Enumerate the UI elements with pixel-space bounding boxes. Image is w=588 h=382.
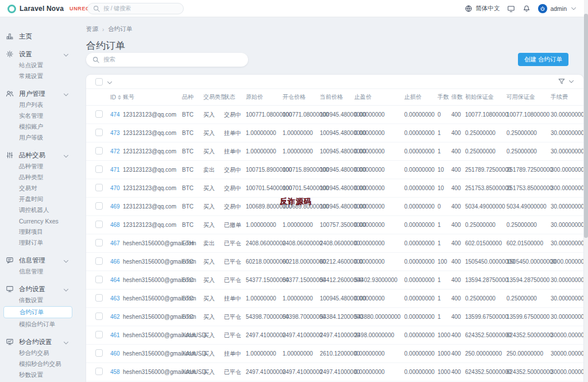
row-checkbox[interactable] [95, 129, 103, 136]
row-id-link[interactable]: 474 [110, 111, 120, 118]
sidebar-item[interactable]: 交易对 [0, 183, 80, 194]
cell: 0.00000000 [352, 142, 402, 161]
sidebar-section[interactable]: 品种交易 [0, 149, 80, 161]
resource-search-input[interactable]: 搜索 [86, 53, 248, 67]
row-id-link[interactable]: 462 [110, 314, 120, 320]
sidebar-item[interactable]: 用户等级 [0, 132, 80, 143]
column-header[interactable]: ID [108, 89, 121, 106]
users-icon [6, 90, 14, 98]
cell: 400 [449, 106, 463, 124]
cell: 1 [435, 142, 449, 161]
sidebar-item[interactable]: 秒数设置 [0, 369, 80, 380]
row-id-link[interactable]: 461 [110, 332, 120, 338]
breadcrumb-resources[interactable]: 资源 [86, 25, 98, 33]
table-row: 472123123123@qq.comBTC买入挂单中1.000000001.0… [86, 142, 583, 161]
table-row: 470123123123@qq.comBTC买入交易中100701.540000… [86, 179, 583, 198]
sidebar-section[interactable]: 用户管理 [0, 88, 80, 99]
row-checkbox[interactable] [95, 239, 103, 246]
row-id-link[interactable]: 470 [110, 185, 120, 191]
sidebar-section[interactable]: 信息管理 [0, 254, 80, 266]
row-checkbox[interactable] [95, 312, 103, 320]
cell: 2408.06000000 [280, 234, 318, 253]
sidebar-section[interactable]: 主页 [0, 30, 80, 42]
cell: 400 [449, 290, 463, 308]
sidebar-section-label: 信息管理 [19, 256, 62, 265]
cell: heshen3156000@gmail.com [121, 253, 180, 271]
row-checkbox[interactable] [95, 147, 103, 155]
screen-icon [507, 5, 515, 13]
sidebar-item[interactable]: 常规设置 [0, 71, 80, 82]
sidebar-item[interactable]: 调控机器人 [0, 204, 80, 215]
row-id-link[interactable]: 460 [110, 350, 120, 357]
sidebar-item[interactable]: 秒合约交易 [0, 348, 80, 358]
row-id-link[interactable]: 469 [110, 203, 120, 210]
sidebar-item[interactable]: 倍数设置 [0, 295, 80, 306]
row-checkbox[interactable] [95, 331, 103, 338]
cell: 0.00000000 [402, 198, 435, 216]
row-checkbox[interactable] [95, 110, 103, 118]
select-all-checkbox[interactable] [95, 78, 103, 86]
cell: 400 [449, 326, 463, 345]
row-checkbox[interactable] [95, 276, 103, 283]
column-header: 手续费 [548, 89, 583, 106]
sidebar-item[interactable]: 模拟合约订单 [0, 319, 80, 330]
sidebar-item[interactable]: Currency Kxes [0, 215, 80, 226]
sidebar-item[interactable]: 实名管理 [0, 110, 80, 121]
column-header: 原始价 [243, 89, 280, 106]
user-menu[interactable]: admin [538, 4, 578, 13]
sidebar-section[interactable]: 设置 [0, 48, 80, 60]
sidebar-item[interactable]: 模拟秒合约交易 [0, 358, 80, 369]
sidebar-item[interactable]: 理财订单 [0, 237, 80, 248]
sidebar-section[interactable]: 合约设置 [0, 283, 80, 295]
row-id-link[interactable]: 463 [110, 295, 120, 302]
row-id-link[interactable]: 473 [110, 130, 120, 136]
theme-toggle-button[interactable] [507, 5, 515, 13]
column-header: 账号 [121, 89, 180, 106]
page-scrollbar-thumb[interactable] [584, 14, 588, 238]
sidebar-item[interactable]: 品种管理 [0, 161, 80, 172]
cell: 400 [449, 142, 463, 161]
filter-button[interactable] [558, 78, 575, 86]
row-checkbox[interactable] [95, 257, 103, 265]
row-checkbox[interactable] [95, 349, 103, 357]
sidebar-item[interactable]: 信息管理 [0, 266, 80, 277]
cell: BTC [180, 216, 201, 234]
row-id-link[interactable]: 458 [110, 369, 120, 375]
row-checkbox[interactable] [95, 184, 103, 191]
notifications-button[interactable] [523, 5, 531, 13]
cell: 54377.15000000 [243, 271, 280, 290]
row-id-link[interactable]: 468 [110, 222, 120, 228]
create-order-button[interactable]: 创建 合约订单 [518, 53, 568, 66]
row-id-link[interactable]: 464 [110, 277, 120, 283]
row-id-link[interactable]: 471 [110, 167, 120, 173]
row-checkbox[interactable] [95, 294, 103, 302]
sidebar-item[interactable]: 开盘时间 [0, 194, 80, 204]
sidebar-item[interactable]: 用户列表 [0, 99, 80, 110]
sidebar-item[interactable]: 理财项目 [0, 226, 80, 237]
column-header: 当前价格 [318, 89, 352, 106]
cell: BTC [180, 290, 201, 308]
cell: heshen3156000@gmail.com [121, 234, 180, 253]
cell: 250.00000000 [463, 345, 504, 363]
cell: 123123123@qq.com [121, 124, 180, 142]
row-checkbox[interactable] [95, 165, 103, 173]
sidebar-item[interactable]: 站点设置 [0, 60, 80, 71]
chevron-down-icon [62, 286, 68, 292]
row-checkbox[interactable] [95, 221, 103, 228]
sidebar-item-active[interactable]: 合约订单 [3, 306, 72, 318]
global-search-input[interactable]: 按 / 键搜索 [87, 3, 184, 14]
row-id-link[interactable]: 472 [110, 148, 120, 155]
sidebar-section[interactable]: 秒合约设置 [0, 336, 80, 348]
sidebar-item[interactable]: 品种类型 [0, 172, 80, 183]
sidebar-item[interactable]: 模拟账户 [0, 121, 80, 132]
row-id-link[interactable]: 467 [110, 240, 120, 246]
row-checkbox[interactable] [95, 368, 103, 375]
table-row: 463heshen3156000@gmail.comBTC买入挂单中1.0000… [86, 290, 583, 308]
row-checkbox[interactable] [95, 202, 103, 210]
cell: 30.00000000 [548, 198, 583, 216]
sort-icon[interactable] [118, 95, 121, 100]
row-id-link[interactable]: 466 [110, 258, 120, 265]
select-all-chevron-icon[interactable] [106, 79, 111, 84]
locale-switcher[interactable]: 简体中文 [465, 5, 500, 13]
cell: 买入 [201, 124, 222, 142]
